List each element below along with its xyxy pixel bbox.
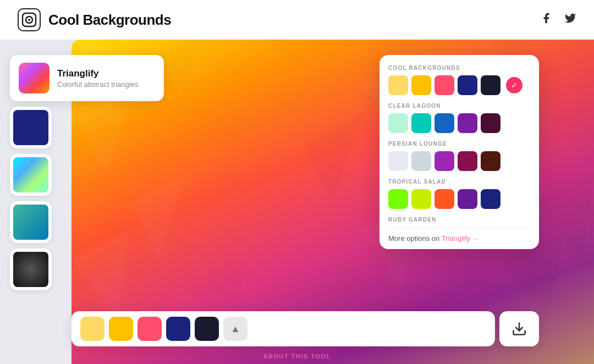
more-options-text: More options on — [388, 234, 439, 242]
app-title: Cool Backgrounds — [48, 12, 171, 29]
triangle-icon: ▲ — [230, 323, 240, 335]
header-right — [540, 12, 576, 27]
palette-panel: COOL BACKGROUNDS ✓ CLEAR LAGOON — [380, 55, 539, 249]
swatch-pl-5[interactable] — [481, 151, 501, 171]
logo-icon — [18, 8, 41, 31]
header-left: Cool Backgrounds — [18, 8, 171, 31]
toolbar-swatch-1[interactable] — [80, 317, 105, 341]
swatch-ts-3[interactable] — [435, 189, 454, 209]
palette-section-title-cool-backgrounds: COOL BACKGROUNDS — [388, 65, 530, 71]
toolbar-swatch-2[interactable] — [109, 317, 133, 341]
swatch-cb-4[interactable] — [458, 75, 477, 95]
palette-section-ruby-garden: RUBY GARDEN — [388, 217, 530, 223]
swatch-cl-2[interactable] — [411, 113, 431, 133]
palette-section-cool-backgrounds: COOL BACKGROUNDS ✓ — [388, 65, 530, 95]
swatch-pl-2[interactable] — [411, 151, 431, 171]
active-card-description: Colorful abstract triangles — [57, 80, 138, 89]
swatch-pl-4[interactable] — [458, 151, 477, 171]
sidebar-thumb-blue — [13, 110, 48, 145]
about-link[interactable]: ABOUT THIS TOOL — [263, 353, 331, 360]
palette-colors-persian-lounge — [388, 151, 530, 171]
palette-section-tropical-salad: TROPICAL SALAD — [388, 179, 530, 209]
swatch-cb-5[interactable] — [481, 75, 501, 95]
sidebar-thumb-gradient — [13, 157, 48, 192]
download-button[interactable] — [499, 311, 539, 346]
swatch-cl-4[interactable] — [458, 113, 477, 133]
swatch-ts-2[interactable] — [411, 189, 431, 209]
trianglify-link[interactable]: Trianglify → — [442, 234, 480, 242]
active-card[interactable]: Trianglify Colorful abstract triangles — [10, 55, 164, 101]
svg-marker-6 — [246, 40, 316, 74]
twitter-icon[interactable] — [564, 12, 576, 27]
swatch-pl-1[interactable] — [388, 151, 408, 171]
palette-colors-cool-backgrounds: ✓ — [388, 75, 530, 95]
toolbar-swatch-3[interactable] — [138, 317, 162, 341]
palette-section-title-clear-lagoon: CLEAR LAGOON — [388, 103, 530, 109]
swatch-cl-1[interactable] — [388, 113, 408, 133]
swatch-cb-3[interactable] — [435, 75, 454, 95]
toolbar-palette: ▲ — [72, 311, 495, 346]
sidebar-item-teal[interactable] — [10, 201, 52, 243]
sidebar-item-blue[interactable] — [10, 107, 52, 148]
sidebar: Trianglify Colorful abstract triangles — [10, 55, 164, 290]
swatch-cl-5[interactable] — [481, 113, 501, 133]
svg-point-2 — [28, 19, 30, 21]
toolbar-swatch-5[interactable] — [195, 317, 219, 341]
shuffle-button[interactable]: ▲ — [223, 317, 248, 341]
svg-marker-10 — [304, 115, 362, 202]
palette-colors-clear-lagoon — [388, 113, 530, 133]
sidebar-thumb-teal — [13, 205, 48, 240]
active-card-text: Trianglify Colorful abstract triangles — [57, 68, 138, 89]
toolbar-swatch-4[interactable] — [166, 317, 190, 341]
palette-section-clear-lagoon: CLEAR LAGOON — [388, 103, 530, 133]
swatch-pl-3[interactable] — [435, 151, 454, 171]
swatch-ts-4[interactable] — [458, 189, 477, 209]
swatch-cb-1[interactable] — [388, 75, 408, 95]
palette-section-title-ruby-garden: RUBY GARDEN — [388, 217, 530, 223]
palette-colors-tropical-salad — [388, 189, 530, 209]
bottom-toolbar: ▲ — [72, 311, 539, 346]
swatch-ts-1[interactable] — [388, 189, 408, 209]
facebook-icon[interactable] — [540, 12, 552, 27]
sidebar-item-gradient[interactable] — [10, 154, 52, 196]
selected-check-badge: ✓ — [506, 77, 522, 93]
palette-section-title-persian-lounge: PERSIAN LOUNGE — [388, 141, 530, 147]
swatch-ts-5[interactable] — [481, 189, 501, 209]
active-card-title: Trianglify — [57, 68, 138, 79]
main-content: Trianglify Colorful abstract triangles C… — [0, 40, 594, 364]
swatch-cl-3[interactable] — [435, 113, 454, 133]
palette-section-persian-lounge: PERSIAN LOUNGE — [388, 141, 530, 171]
sidebar-item-dark[interactable] — [10, 249, 52, 290]
palette-section-title-tropical-salad: TROPICAL SALAD — [388, 179, 530, 185]
swatch-cb-2[interactable] — [411, 75, 431, 95]
more-options: More options on Trianglify → — [388, 227, 530, 249]
header: Cool Backgrounds — [0, 0, 594, 40]
sidebar-thumb-dark — [13, 252, 48, 287]
active-card-thumbnail — [19, 63, 50, 93]
